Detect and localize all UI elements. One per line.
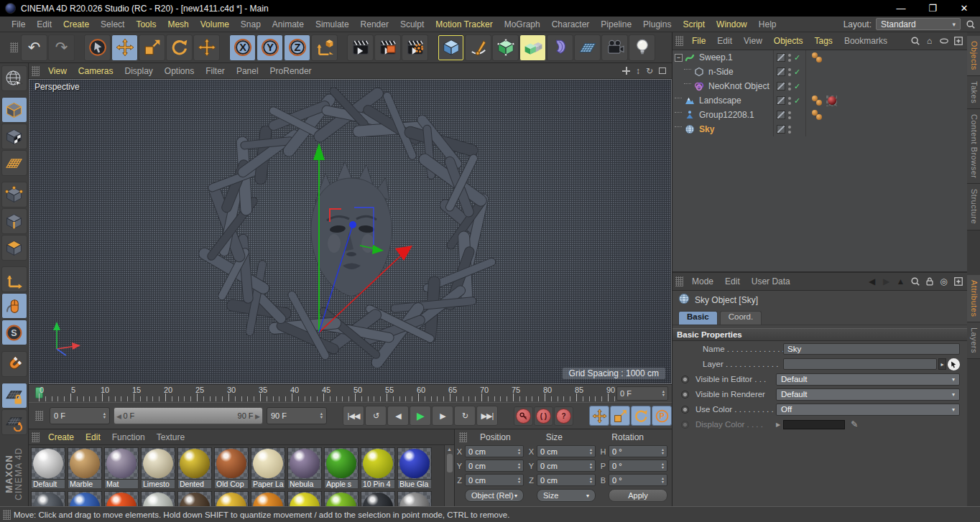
last-used-tool-button[interactable] — [193, 34, 220, 61]
keyframe-scale-button[interactable] — [610, 406, 630, 426]
spinner-arrows-icon[interactable]: ▴▾ — [590, 462, 592, 469]
viewport-menu-cameras[interactable]: Cameras — [73, 66, 119, 76]
menu-script[interactable]: Script — [677, 19, 711, 29]
layer-field[interactable] — [783, 358, 937, 370]
spline-pen-button[interactable] — [465, 34, 491, 61]
tag-icon[interactable] — [816, 57, 822, 62]
object-row-n-side[interactable]: n-Side ✓ — [672, 65, 967, 79]
add-floor-button[interactable] — [574, 34, 601, 61]
material-tile[interactable] — [31, 491, 65, 506]
material-old-cop[interactable]: Old Cop — [214, 447, 249, 489]
enabled-check-icon[interactable]: ✓ — [794, 82, 801, 91]
model-mode-button[interactable] — [1, 97, 27, 123]
timeline-ruler[interactable]: 051015202530354045505560657075808590 0 F… — [29, 384, 672, 402]
scale-button[interactable] — [139, 34, 165, 61]
spinner-arrows-icon[interactable]: ▴▾ — [662, 448, 664, 455]
visibility-dots-icon[interactable] — [788, 111, 791, 119]
target-icon[interactable]: ◎ — [938, 276, 949, 287]
spinner-arrows-icon[interactable]: ▴▾ — [320, 412, 323, 419]
enable-axis-modification-button[interactable] — [1, 266, 27, 292]
texture-mode-button[interactable] — [1, 123, 27, 149]
end-frame-spinner[interactable]: 90 F ▴▾ — [267, 407, 327, 424]
menu-window[interactable]: Window — [711, 19, 753, 29]
spinner-arrows-icon[interactable]: ▴▾ — [662, 477, 664, 483]
keyframe-rotation-button[interactable] — [631, 406, 651, 426]
menu-create[interactable]: Create — [57, 19, 95, 29]
attributes-menu-user-data[interactable]: User Data — [746, 276, 796, 286]
points-mode-button[interactable] — [1, 182, 27, 208]
visibility-toggles[interactable]: ✓ — [773, 93, 806, 108]
edit-render-settings-button[interactable] — [402, 34, 428, 61]
visibility-toggles[interactable]: ✓ — [773, 79, 806, 93]
panel-grip[interactable] — [32, 66, 40, 76]
go-to-previous-key-button[interactable]: ↺ — [365, 406, 387, 426]
material-tile[interactable] — [68, 491, 102, 506]
visible-in-editor-dropdown[interactable]: Default▾ — [776, 373, 960, 386]
display-color-swatch[interactable] — [783, 420, 845, 429]
redo-button[interactable]: ↷ — [48, 34, 75, 61]
visibility-dots-icon[interactable] — [788, 68, 791, 76]
panel-tab-layers[interactable]: Layers — [967, 322, 980, 359]
lock-x-axis-button[interactable]: X — [229, 34, 256, 61]
materials-menu-create[interactable]: Create — [42, 432, 80, 442]
menu-sculpt[interactable]: Sculpt — [394, 19, 430, 29]
range-right-arrow-icon[interactable]: ▶ — [254, 413, 260, 420]
tab-coord[interactable]: Coord. — [720, 311, 762, 325]
menu-help[interactable]: Help — [753, 19, 782, 29]
timeline-frame-spinner[interactable]: 0 F ▴▾ — [616, 386, 668, 401]
spinner-arrows-icon[interactable]: ▴▾ — [518, 477, 520, 483]
panel-grip[interactable] — [675, 276, 683, 286]
spinner-arrows-icon[interactable]: ▴▾ — [518, 462, 520, 469]
play-forwards-button[interactable]: ▶ — [410, 406, 431, 426]
menu-motion-tracker[interactable]: Motion Tracker — [430, 19, 498, 29]
frame-range-slider[interactable]: ◀ 0 F 90 F ▶ — [114, 407, 263, 424]
go-to-end-button[interactable]: ▶▶| — [476, 406, 498, 426]
add-camera-button[interactable] — [601, 34, 628, 61]
enable-snap-button[interactable] — [1, 351, 27, 377]
range-left-arrow-icon[interactable]: ◀ — [116, 413, 123, 420]
search-icon[interactable] — [910, 36, 920, 47]
viewport-menu-filter[interactable]: Filter — [200, 66, 231, 76]
attributes-menu-mode[interactable]: Mode — [686, 276, 719, 286]
material-tile[interactable] — [324, 491, 359, 506]
lock-y-axis-button[interactable]: Y — [256, 34, 283, 61]
layer-box-icon[interactable] — [777, 125, 785, 134]
menu-plugins[interactable]: Plugins — [637, 19, 677, 29]
viewport-menu-view[interactable]: View — [42, 66, 73, 76]
coord-size-x-field[interactable]: 0 cm▴▾ — [537, 445, 596, 457]
texture-tag[interactable] — [826, 95, 837, 106]
go-to-start-button[interactable]: |◀◀ — [343, 406, 364, 426]
enabled-check-icon[interactable]: ✓ — [794, 67, 801, 77]
panel-grip[interactable] — [675, 36, 683, 46]
attributes-menu-edit[interactable]: Edit — [719, 276, 746, 286]
object-row-sweep-1[interactable]: − Sweep.1 ✓ — [672, 50, 967, 65]
coord-rotation-h-field[interactable]: 0 °▴▾ — [609, 445, 667, 457]
object-row-landscape[interactable]: Landscape ✓ — [672, 93, 967, 108]
layer-box-icon[interactable] — [777, 96, 785, 105]
home-icon[interactable]: ⌂ — [924, 36, 935, 47]
materials-menu-texture[interactable]: Texture — [151, 432, 190, 442]
tag-icon[interactable] — [816, 100, 822, 106]
workplane-mode-button[interactable] — [1, 150, 27, 176]
lock-z-axis-button[interactable]: Z — [284, 34, 310, 61]
convert-to-editable-button[interactable] — [1, 65, 27, 91]
menu-render[interactable]: Render — [355, 19, 394, 29]
perspective-viewport[interactable]: Perspective Grid Spacing : 1000 cm — [29, 79, 672, 384]
align-workplane-button[interactable] — [1, 409, 27, 435]
object-manager-menu-edit[interactable]: Edit — [711, 36, 738, 46]
material-tile[interactable] — [141, 491, 175, 506]
layer-pick-icon[interactable] — [948, 358, 960, 370]
object-manager-menu-view[interactable]: View — [738, 36, 768, 46]
menu-mograph[interactable]: MoGraph — [499, 19, 546, 29]
tab-basic[interactable]: Basic — [678, 311, 718, 325]
name-field[interactable] — [783, 343, 960, 355]
material-10-pin-4[interactable]: 10 Pin 4 — [361, 447, 395, 489]
spinner-arrows-icon[interactable]: ▴▾ — [662, 390, 665, 396]
close-button[interactable]: ✕ — [948, 0, 980, 17]
keyframe-radio[interactable] — [681, 406, 689, 414]
layer-box-icon[interactable] — [777, 67, 785, 76]
polygons-mode-button[interactable] — [1, 235, 27, 261]
render-view-button[interactable] — [347, 34, 374, 61]
materials-menu-edit[interactable]: Edit — [80, 432, 106, 442]
object-row-neoknot-object[interactable]: NeoKnot Object ✓ — [672, 79, 967, 93]
